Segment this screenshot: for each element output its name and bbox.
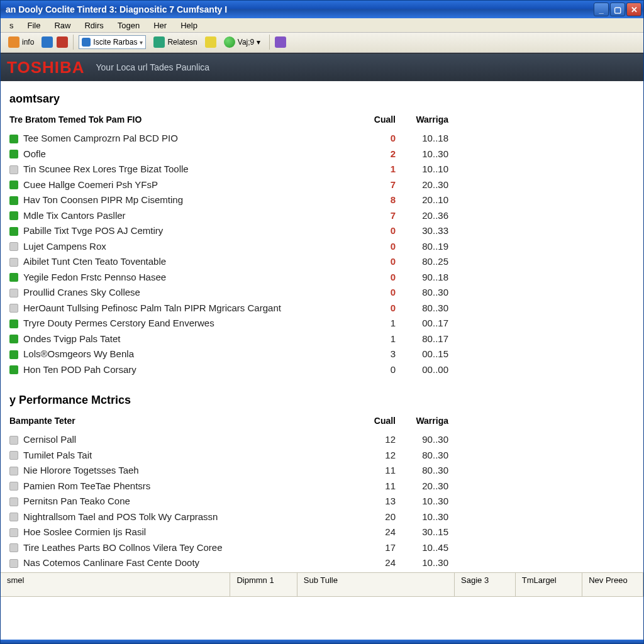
row-name: Pamien Rom TeeTae Phentsrs (23, 479, 352, 494)
table-row[interactable]: Lujet Campens Rox080..19 (9, 239, 452, 255)
window-controls: _ ▢ ✕ (594, 3, 641, 16)
table-row[interactable]: Cernisol Pall1290..30 (9, 432, 452, 448)
menu-item[interactable]: File (21, 19, 47, 31)
close-button[interactable]: ✕ (626, 3, 641, 16)
row-name: Lujet Campens Rox (23, 240, 352, 254)
status-marker (9, 467, 18, 475)
row-count: 12 (352, 433, 396, 447)
col-count: Cuall (352, 416, 396, 426)
col-count: Cuall (352, 114, 396, 125)
table-row[interactable]: Mdle Tix Cantors Pasller720..36 (9, 208, 452, 224)
table-row[interactable]: Hon Ten POD Pah Corsary000..00 (9, 362, 452, 378)
status-marker (9, 180, 18, 189)
status-cell[interactable]: smel (1, 573, 230, 596)
table-row[interactable]: Pernitsn Pan Teako Cone1310..30 (9, 494, 452, 509)
row-count: 1 (352, 316, 396, 331)
status-marker (9, 150, 18, 158)
row-name: Mdle Tix Cantors Pasller (23, 209, 352, 223)
row-warning: 80..30 (396, 448, 452, 463)
table-row[interactable]: Tryre Douty Permes Cerstory Eand Enverwe… (9, 316, 452, 331)
table-row[interactable]: Lols®Osmgeors Wy Benla300..15 (9, 347, 452, 362)
table-row[interactable]: Tee Somen Camprozrn Pal BCD PIO010..18 (9, 131, 452, 147)
row-warning: 10..30 (396, 494, 452, 509)
row-count: 24 (352, 525, 396, 540)
row-warning: 10..30 (396, 510, 452, 525)
row-name: HerOaunt Tullsing Pefinosc Palm Taln PIP… (23, 301, 352, 316)
status-marker (9, 196, 18, 205)
play-button[interactable]: Vaj;9 ▾ (220, 35, 264, 50)
row-warning: 90..30 (396, 433, 452, 447)
table-row[interactable]: Proullid Cranes Sky Collese080..30 (9, 285, 452, 301)
table-row[interactable]: Oofle210..30 (9, 147, 452, 162)
row-warning: 10..18 (396, 131, 452, 146)
status-marker (9, 211, 18, 220)
play-label: Vaj;9 (238, 38, 254, 47)
row-name: Cernisol Pall (23, 433, 352, 447)
tool-icon-1[interactable] (205, 36, 216, 48)
table-row[interactable]: Yegile Fedon Frstc Pennso Hasee090..18 (9, 270, 452, 286)
table-row[interactable]: Tin Scunee Rex Lores Trge Bizat Toolle11… (9, 162, 452, 177)
status-cell[interactable]: Nev Preeo (582, 573, 643, 596)
table-row[interactable]: Ondes Tvigp Pals Tatet180..17 (9, 331, 452, 347)
row-warning: 80..25 (396, 255, 452, 269)
info-icon (8, 36, 19, 48)
menu-item[interactable]: Help (174, 19, 204, 31)
table-row[interactable]: Aibilet Tunt Cten Teato Toventable080..2… (9, 254, 452, 270)
menu-item[interactable]: Togen (111, 19, 146, 31)
brand-logo: TOSHIBA (7, 58, 85, 77)
related-label: Relatesn (167, 38, 197, 47)
minimize-button[interactable]: _ (594, 3, 609, 16)
related-button[interactable]: Relatesn (150, 35, 201, 50)
table-row[interactable]: Nightrallsom Tael and POS Tolk Wy Carpra… (9, 509, 452, 525)
status-cell[interactable]: TmLargel (516, 573, 582, 596)
menu-item[interactable]: Rdirs (78, 19, 109, 31)
row-count: 24 (352, 556, 396, 570)
menu-item[interactable]: s (3, 19, 20, 31)
status-marker (9, 436, 18, 445)
row-warning: 20..30 (396, 479, 452, 494)
status-marker (9, 335, 18, 343)
section-1-title: aomtsary (9, 92, 452, 106)
status-marker (9, 559, 18, 568)
nav-icon[interactable] (42, 36, 53, 48)
row-count: 11 (352, 479, 396, 494)
menu-item[interactable]: Her (147, 19, 173, 31)
table-row[interactable]: Pamien Rom TeeTae Phentsrs1120..30 (9, 479, 452, 494)
tool-icon-2[interactable] (275, 36, 286, 48)
table-row[interactable]: HerOaunt Tullsing Pefinosc Palm Taln PIP… (9, 301, 452, 316)
col-warning: Warriga (396, 114, 452, 125)
chevron-down-icon: ▾ (140, 39, 143, 46)
table-row[interactable]: Nas Cotemos Canlinare Fast Cente Dooty24… (9, 555, 452, 571)
row-count: 8 (352, 193, 396, 208)
table-row[interactable]: Tire Leathes Parts BO Collnos Vilera Tey… (9, 540, 452, 556)
toolbar-separator (73, 35, 74, 50)
flag-icon[interactable] (57, 36, 68, 48)
table-row[interactable]: Cuee Hallge Coemeri Psh YFsP720..30 (9, 177, 452, 193)
status-cell[interactable]: Sagie 3 (455, 573, 516, 596)
row-name: Tryre Douty Permes Cerstory Eand Enverwe… (23, 316, 352, 331)
table-row[interactable]: Pabille Tixt Tvge POS AJ Cemtiry030..33 (9, 223, 452, 239)
maximize-button[interactable]: ▢ (610, 3, 625, 16)
row-count: 17 (352, 541, 396, 555)
col-name: Tre Bratom Temed Tok Pam FIO (9, 114, 352, 125)
row-name: Lols®Osmgeors Wy Benla (23, 347, 352, 362)
combo-icon (82, 38, 91, 47)
side-panel (458, 89, 635, 572)
table-row[interactable]: Hoe Soslee Cormien Ijs Rasil2430..15 (9, 525, 452, 540)
info-button[interactable]: info (4, 35, 38, 50)
table-row[interactable]: Nie Hlorore Togetsses Taeh1180..30 (9, 463, 452, 479)
play-icon (224, 36, 235, 48)
status-marker (9, 350, 18, 359)
row-count: 1 (352, 332, 396, 347)
table-row[interactable]: Hav Ton Coonsen PIPR Mp Cisemting820..10 (9, 192, 452, 208)
section-1-headers: Tre Bratom Temed Tok Pam FIO Cuall Warri… (9, 114, 452, 125)
status-marker (9, 482, 18, 491)
menu-item[interactable]: Raw (48, 19, 77, 31)
combo-1[interactable]: Iscite Rarbas ▾ (79, 35, 146, 49)
row-name: Nie Hlorore Togetsses Taeh (23, 464, 352, 478)
menubar: sFileRawRdirsTogenHerHelp (1, 18, 643, 33)
status-cell[interactable]: Sub Tulle (297, 573, 455, 596)
row-name: Oofle (23, 147, 352, 162)
status-cell[interactable]: Dipmmn 1 (230, 573, 297, 596)
table-row[interactable]: Tumilet Pals Tait1280..30 (9, 448, 452, 464)
